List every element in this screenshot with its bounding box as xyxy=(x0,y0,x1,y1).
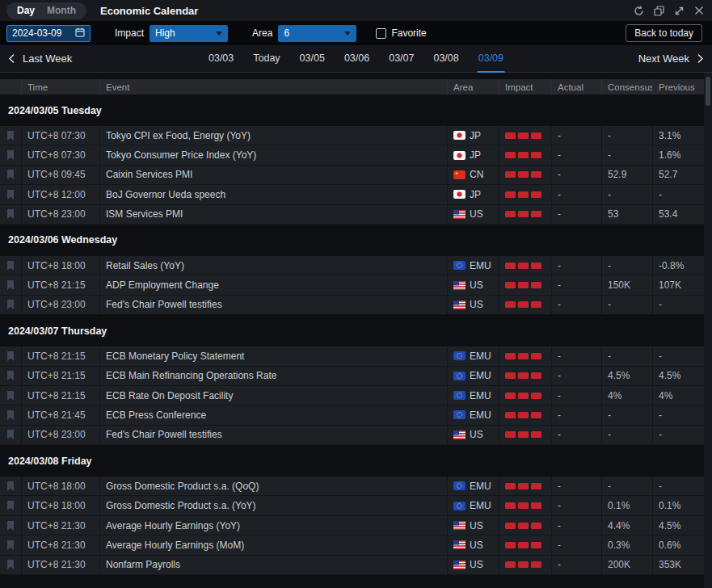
table-row[interactable]: UTC+8 21:30Average Hourly Earnings (YoY)… xyxy=(0,516,704,536)
event-time: UTC+8 21:45 xyxy=(21,405,99,424)
previous-value: - xyxy=(652,346,704,365)
scrollbar[interactable] xyxy=(704,73,712,588)
consensus-value: - xyxy=(601,126,652,145)
bookmark-icon[interactable] xyxy=(0,126,21,145)
date-picker[interactable]: 2024-03-09 xyxy=(6,25,91,42)
week-day-03-08[interactable]: 03/08 xyxy=(423,45,468,73)
bookmark-icon[interactable] xyxy=(0,496,21,514)
table-row[interactable]: UTC+8 07:30Tokyo Consumer Price Index (Y… xyxy=(0,145,704,165)
close-icon[interactable] xyxy=(694,6,704,15)
week-day-03-05[interactable]: 03/05 xyxy=(290,45,335,73)
impact-bars xyxy=(505,372,541,379)
expand-icon[interactable] xyxy=(674,6,685,16)
table-row[interactable]: UTC+8 23:00Fed's Chair Powell testifiesU… xyxy=(0,296,704,315)
actual-value: - xyxy=(551,426,601,444)
event-name: ADP Employment Change xyxy=(99,275,447,294)
table-row[interactable]: UTC+8 18:00Retail Sales (YoY)EMU---0.8% xyxy=(0,256,704,275)
table-row[interactable]: UTC+8 21:30Nonfarm PayrollsUS-200K353K xyxy=(0,556,704,575)
week-day-03-07[interactable]: 03/07 xyxy=(379,45,423,73)
back-to-today-button[interactable]: Back to today xyxy=(626,24,702,42)
consensus-value: 200K xyxy=(601,556,652,574)
area-code: JP xyxy=(470,149,481,161)
area-code: US xyxy=(470,520,483,531)
impact-select[interactable]: High xyxy=(150,25,228,42)
refresh-icon[interactable] xyxy=(634,6,644,16)
impact-bar xyxy=(505,132,516,139)
consensus-value: 4% xyxy=(601,386,652,405)
impact-bar xyxy=(518,262,529,269)
impact-bar xyxy=(505,372,516,379)
bookmark-icon[interactable] xyxy=(0,536,21,554)
impact-bars xyxy=(505,132,541,139)
bookmark-icon[interactable] xyxy=(0,367,21,385)
bookmark-icon[interactable] xyxy=(0,185,21,204)
event-time: UTC+8 07:30 xyxy=(21,145,99,164)
previous-value: -0.8% xyxy=(652,256,704,275)
flag-icon-emu xyxy=(453,391,466,400)
week-day-03-03[interactable]: 03/03 xyxy=(199,45,243,73)
impact-bar xyxy=(505,171,516,178)
table-row[interactable]: UTC+8 21:30Average Hourly Earnings (MoM)… xyxy=(0,536,704,555)
bookmark-icon[interactable] xyxy=(0,556,21,574)
area-select[interactable]: 6 xyxy=(278,25,356,42)
actual-value: - xyxy=(551,256,601,275)
bookmark-icon[interactable] xyxy=(0,256,21,275)
table-row[interactable]: UTC+8 23:00Fed's Chair Powell testifiesU… xyxy=(0,426,704,445)
table-row[interactable]: UTC+8 21:15ADP Employment ChangeUS-150K1… xyxy=(0,275,704,295)
event-area: JP xyxy=(447,126,499,145)
table-row[interactable]: UTC+8 07:30Tokyo CPI ex Food, Energy (Yo… xyxy=(0,126,704,145)
table-row[interactable]: UTC+8 21:45ECB Press ConferenceEMU--- xyxy=(0,405,704,425)
bookmark-icon[interactable] xyxy=(0,516,21,535)
event-time: UTC+8 12:00 xyxy=(21,185,99,204)
favorite-filter[interactable]: Favorite xyxy=(376,27,426,39)
impact-bar xyxy=(505,393,516,399)
event-area: US xyxy=(447,426,499,444)
scrollbar-thumb[interactable] xyxy=(706,77,710,106)
bookmark-icon[interactable] xyxy=(0,205,21,224)
previous-value: - xyxy=(652,185,704,204)
bookmark-icon[interactable] xyxy=(0,346,21,365)
week-day-today[interactable]: Today xyxy=(243,45,289,73)
bookmark-icon[interactable] xyxy=(0,296,21,314)
week-day-03-06[interactable]: 03/06 xyxy=(335,45,379,73)
last-week-button[interactable]: Last Week xyxy=(8,52,72,65)
favorite-checkbox[interactable] xyxy=(376,28,386,39)
table-row[interactable]: UTC+8 21:15ECB Main Refinancing Operatio… xyxy=(0,367,704,386)
consensus-value: - xyxy=(601,296,652,314)
table-row[interactable]: UTC+8 09:45Caixin Services PMICN-52.952.… xyxy=(0,166,704,185)
tab-month[interactable]: Month xyxy=(47,5,76,16)
table-row[interactable]: UTC+8 21:15ECB Rate On Deposit FacilityE… xyxy=(0,386,704,405)
impact-bars xyxy=(505,152,541,158)
table-row[interactable]: UTC+8 18:00Gross Domestic Product s.a. (… xyxy=(0,477,704,496)
table-header: TimeEventAreaImpactActualConsensusPrevio… xyxy=(0,79,712,94)
bookmark-icon[interactable] xyxy=(0,426,21,444)
table-row[interactable]: UTC+8 23:00ISM Services PMIUS-5353.4 xyxy=(0,205,704,225)
impact-bars xyxy=(505,431,541,438)
next-week-button[interactable]: Next Week xyxy=(638,52,704,65)
table-row[interactable]: UTC+8 12:00BoJ Governor Ueda speechJP--- xyxy=(0,185,704,204)
impact-level xyxy=(499,536,551,554)
impact-bars xyxy=(505,282,541,288)
area-code: EMU xyxy=(470,351,491,362)
event-area: US xyxy=(447,516,499,535)
impact-level xyxy=(499,256,551,275)
table-row[interactable]: UTC+8 21:15ECB Monetary Policy Statement… xyxy=(0,346,704,366)
bookmark-icon[interactable] xyxy=(0,405,21,424)
impact-bar xyxy=(505,152,516,158)
tab-day[interactable]: Day xyxy=(17,5,35,16)
bookmark-icon[interactable] xyxy=(0,166,21,184)
week-day-03-09[interactable]: 03/09 xyxy=(469,45,513,73)
consensus-value: - xyxy=(601,185,652,204)
bookmark-icon[interactable] xyxy=(0,145,21,164)
impact-bar xyxy=(505,483,516,489)
bookmark-icon[interactable] xyxy=(0,477,21,495)
bookmark-icon[interactable] xyxy=(0,386,21,405)
flag-icon-emu xyxy=(453,502,466,510)
bookmark-icon[interactable] xyxy=(0,275,21,294)
table-row[interactable]: UTC+8 18:00Gross Domestic Product s.a. (… xyxy=(0,496,704,515)
date-value: 2024-03-09 xyxy=(12,27,61,39)
popout-icon[interactable] xyxy=(654,6,664,16)
event-area: JP xyxy=(447,185,499,204)
consensus-value: 4.4% xyxy=(601,516,652,535)
impact-bar xyxy=(518,561,529,568)
